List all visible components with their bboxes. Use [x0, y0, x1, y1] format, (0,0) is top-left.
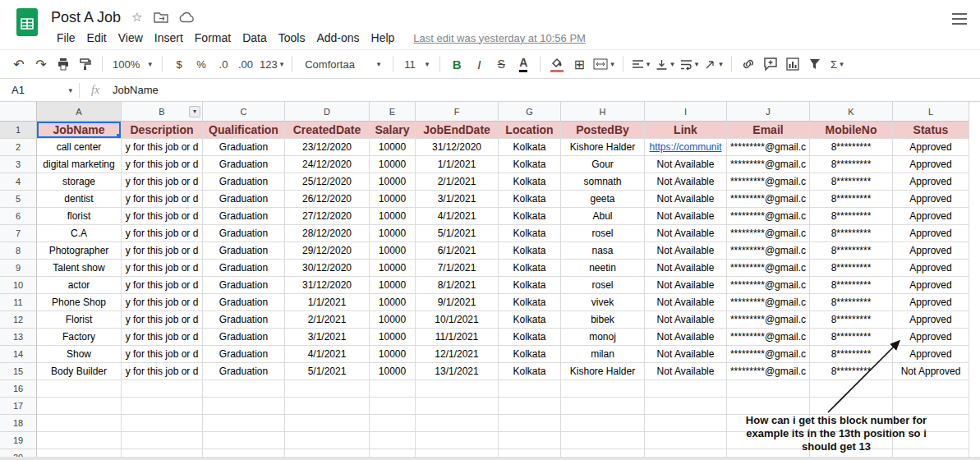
cell-E9[interactable]: 10000: [370, 260, 416, 277]
column-filter-dropdown-icon[interactable]: ▾: [189, 106, 200, 117]
cell-B6[interactable]: y for this job or d: [122, 208, 203, 225]
cell-I1[interactable]: Link: [645, 122, 727, 139]
cell-I7[interactable]: Not Available: [645, 225, 727, 242]
cell-B15[interactable]: y for this job or d: [122, 363, 203, 380]
row-header-17[interactable]: 17: [0, 398, 37, 415]
cell-F6[interactable]: 4/1/2021: [416, 208, 499, 225]
cell-C6[interactable]: Graduation: [203, 208, 285, 225]
last-edit-link[interactable]: Last edit was yesterday at 10:56 PM: [413, 32, 586, 44]
cell-F12[interactable]: 10/1/2021: [416, 311, 499, 329]
cell-I19[interactable]: [645, 432, 727, 449]
column-header-C[interactable]: C: [203, 102, 285, 122]
menu-format[interactable]: Format: [189, 29, 237, 47]
cell-H12[interactable]: bibek: [561, 311, 645, 329]
cell-A12[interactable]: Florist: [37, 311, 122, 329]
cell-G3[interactable]: Kolkata: [499, 156, 561, 173]
cell-F2[interactable]: 31/12/2020: [416, 139, 499, 156]
cell-A1[interactable]: JobName: [37, 122, 122, 139]
cell-G12[interactable]: Kolkata: [499, 311, 561, 329]
row-header-19[interactable]: 19: [0, 432, 37, 449]
cell-J17[interactable]: [727, 398, 810, 415]
cell-D4[interactable]: 25/12/2020: [285, 173, 370, 191]
row-header-2[interactable]: 2: [0, 139, 37, 156]
cell-I4[interactable]: Not Available: [645, 173, 727, 191]
borders-button[interactable]: ⊞: [568, 53, 590, 75]
row-header-3[interactable]: 3: [0, 156, 37, 173]
cell-L4[interactable]: Approved: [893, 173, 969, 191]
text-color-button[interactable]: A: [513, 53, 534, 75]
cell-B12[interactable]: y for this job or d: [122, 311, 203, 329]
row-header-10[interactable]: 10: [0, 277, 37, 294]
cell-A19[interactable]: [37, 432, 122, 449]
insert-chart-button[interactable]: [782, 53, 803, 75]
cell-B9[interactable]: y for this job or d: [122, 260, 203, 277]
cell-K12[interactable]: 8*********: [810, 311, 893, 329]
cell-H10[interactable]: rosel: [561, 277, 645, 294]
name-box[interactable]: A1 ▾: [0, 84, 79, 96]
cell-L3[interactable]: Approved: [893, 156, 969, 173]
cell-I9[interactable]: Not Available: [645, 260, 727, 277]
cell-B19[interactable]: [122, 432, 203, 449]
menu-add-ons[interactable]: Add-ons: [311, 29, 365, 47]
cell-J15[interactable]: *********@gmail.c: [727, 363, 810, 380]
cell-C2[interactable]: Graduation: [203, 139, 285, 156]
cell-K10[interactable]: 8*********: [810, 277, 893, 294]
cell-A15[interactable]: Body Builder: [37, 363, 122, 380]
row-header-13[interactable]: 13: [0, 329, 37, 346]
zoom-dropdown[interactable]: 100%▾: [108, 53, 156, 75]
cell-F5[interactable]: 3/1/2021: [416, 191, 499, 208]
menu-help[interactable]: Help: [366, 29, 401, 47]
cell-C11[interactable]: Graduation: [203, 294, 285, 311]
cell-A14[interactable]: Show: [37, 346, 122, 363]
cell-K6[interactable]: 8*********: [810, 208, 893, 225]
cell-I15[interactable]: Not Available: [645, 363, 727, 380]
cell-B13[interactable]: y for this job or d: [122, 329, 203, 346]
bold-button[interactable]: B: [446, 53, 467, 75]
cell-D18[interactable]: [285, 415, 370, 432]
cell-I11[interactable]: Not Available: [645, 294, 727, 311]
cell-K11[interactable]: 8*********: [810, 294, 893, 311]
cell-A4[interactable]: storage: [37, 173, 122, 191]
star-icon[interactable]: ☆: [131, 10, 142, 25]
cell-I17[interactable]: [645, 398, 727, 415]
cell-A6[interactable]: florist: [37, 208, 122, 225]
cell-E2[interactable]: 10000: [370, 139, 416, 156]
cell-B16[interactable]: [122, 380, 203, 398]
cell-H11[interactable]: vivek: [561, 294, 645, 311]
cell-D5[interactable]: 26/12/2020: [285, 191, 370, 208]
cell-A2[interactable]: call center: [37, 139, 122, 156]
menu-insert[interactable]: Insert: [149, 29, 189, 47]
cell-C12[interactable]: Graduation: [203, 311, 285, 329]
cell-G16[interactable]: [499, 380, 561, 398]
cell-J10[interactable]: *********@gmail.c: [727, 277, 810, 294]
cell-E7[interactable]: 10000: [370, 225, 416, 242]
cell-G11[interactable]: Kolkata: [499, 294, 561, 311]
row-header-8[interactable]: 8: [0, 242, 37, 260]
cell-E1[interactable]: Salary: [370, 122, 416, 139]
cell-G19[interactable]: [499, 432, 561, 449]
cell-F17[interactable]: [416, 398, 499, 415]
format-currency-button[interactable]: $: [168, 53, 190, 75]
cell-J7[interactable]: *********@gmail.c: [727, 225, 810, 242]
cell-F18[interactable]: [416, 415, 499, 432]
cell-C16[interactable]: [203, 380, 285, 398]
cell-F11[interactable]: 9/1/2021: [416, 294, 499, 311]
cell-E17[interactable]: [370, 398, 416, 415]
cell-A18[interactable]: [37, 415, 122, 432]
cell-C10[interactable]: Graduation: [203, 277, 285, 294]
cell-H5[interactable]: geeta: [561, 191, 645, 208]
cell-J5[interactable]: *********@gmail.c: [727, 191, 810, 208]
cell-G6[interactable]: Kolkata: [499, 208, 561, 225]
cell-D16[interactable]: [285, 380, 370, 398]
cell-H15[interactable]: Kishore Halder: [561, 363, 645, 380]
cell-H4[interactable]: somnath: [561, 173, 645, 191]
cell-L12[interactable]: Approved: [893, 311, 969, 329]
cell-B14[interactable]: y for this job or d: [122, 346, 203, 363]
cell-A13[interactable]: Factory: [37, 329, 122, 346]
cell-K9[interactable]: 8*********: [810, 260, 893, 277]
decrease-decimal-button[interactable]: .0: [213, 53, 234, 75]
cell-E3[interactable]: 10000: [370, 156, 416, 173]
font-size-dropdown[interactable]: 11▾: [399, 53, 434, 75]
cell-J1[interactable]: Email: [727, 122, 810, 139]
cell-K7[interactable]: 8*********: [810, 225, 893, 242]
